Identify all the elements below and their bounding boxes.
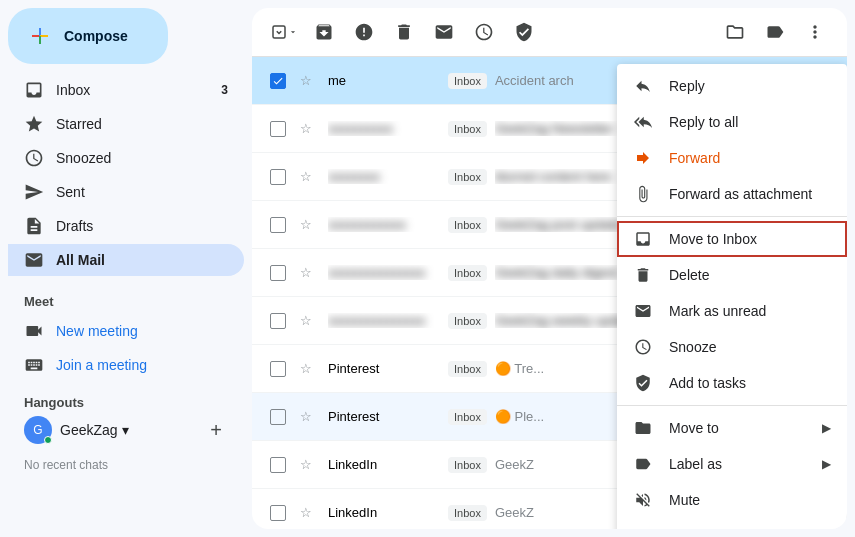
sidebar-item-starred[interactable]: Starred bbox=[8, 108, 244, 140]
all-mail-icon bbox=[24, 250, 44, 270]
inbox-badge-4: Inbox bbox=[448, 217, 487, 233]
sidebar-item-inbox[interactable]: Inbox 3 bbox=[8, 74, 244, 106]
open-new-window-menu-item[interactable]: Open in new window bbox=[617, 518, 847, 529]
move-to-menu-item[interactable]: Move to ▶ bbox=[617, 410, 847, 446]
sender-1: me bbox=[328, 73, 448, 88]
menu-divider-1 bbox=[617, 216, 847, 217]
new-meeting-item[interactable]: New meeting bbox=[8, 315, 244, 347]
sidebar-item-sent[interactable]: Sent bbox=[8, 176, 244, 208]
attachment-icon bbox=[633, 184, 653, 204]
add-tasks-label: Add to tasks bbox=[669, 375, 831, 391]
reply-all-menu-item[interactable]: Reply to all bbox=[617, 104, 847, 140]
checkbox-8[interactable] bbox=[268, 407, 288, 427]
inbox-badge-8: Inbox bbox=[448, 409, 487, 425]
join-meeting-item[interactable]: Join a meeting bbox=[8, 349, 244, 381]
unread-icon bbox=[633, 301, 653, 321]
label-icon bbox=[633, 454, 653, 474]
mark-read-button[interactable] bbox=[428, 16, 460, 48]
forward-attachment-label: Forward as attachment bbox=[669, 186, 831, 202]
delete-menu-item[interactable]: Delete bbox=[617, 257, 847, 293]
move-to-inbox-label: Move to Inbox bbox=[669, 231, 831, 247]
sidebar-item-drafts[interactable]: Drafts bbox=[8, 210, 244, 242]
all-mail-label: All Mail bbox=[56, 252, 228, 268]
keyboard-icon bbox=[24, 355, 44, 375]
forward-menu-item[interactable]: Forward bbox=[617, 140, 847, 176]
checkbox-6[interactable] bbox=[268, 311, 288, 331]
sidebar-item-snoozed[interactable]: Snoozed bbox=[8, 142, 244, 174]
label-as-label: Label as bbox=[669, 456, 806, 472]
checkbox-5[interactable] bbox=[268, 263, 288, 283]
star-button-10[interactable]: ☆ bbox=[296, 503, 316, 523]
hangout-user-row: G GeekZag ▾ + bbox=[24, 416, 228, 444]
sender-4: xxxxxxxxxxxx bbox=[328, 217, 448, 232]
main-content: ☆ me Inbox Accident arch ☆ xxxxxxxxxx In… bbox=[252, 8, 847, 529]
reply-all-icon bbox=[633, 112, 653, 132]
star-button-3[interactable]: ☆ bbox=[296, 167, 316, 187]
mark-unread-label: Mark as unread bbox=[669, 303, 831, 319]
new-meeting-label: New meeting bbox=[56, 323, 138, 339]
forward-label: Forward bbox=[669, 150, 831, 166]
inbox-badge-9: Inbox bbox=[448, 457, 487, 473]
checkbox-3[interactable] bbox=[268, 167, 288, 187]
compose-button[interactable]: Compose bbox=[8, 8, 168, 64]
star-button-5[interactable]: ☆ bbox=[296, 263, 316, 283]
delete-button[interactable] bbox=[388, 16, 420, 48]
move-to-inbox-menu-item[interactable]: Move to Inbox bbox=[617, 221, 847, 257]
drafts-label: Drafts bbox=[56, 218, 228, 234]
snooze-menu-item[interactable]: Snooze bbox=[617, 329, 847, 365]
checkbox-7[interactable] bbox=[268, 359, 288, 379]
archive-button[interactable] bbox=[308, 16, 340, 48]
hangouts-title: Hangouts bbox=[24, 395, 228, 410]
star-button-6[interactable]: ☆ bbox=[296, 311, 316, 331]
move-to-label: Move to bbox=[669, 420, 806, 436]
starred-label: Starred bbox=[56, 116, 228, 132]
sender-5: xxxxxxxxxxxxxxx bbox=[328, 265, 448, 280]
inbox-badge-7: Inbox bbox=[448, 361, 487, 377]
checkbox-2[interactable] bbox=[268, 119, 288, 139]
checkbox-10[interactable] bbox=[268, 503, 288, 523]
star-button-9[interactable]: ☆ bbox=[296, 455, 316, 475]
inbox-badge-1: Inbox bbox=[448, 73, 487, 89]
star-button-7[interactable]: ☆ bbox=[296, 359, 316, 379]
sender-3: xxxxxxxx bbox=[328, 169, 448, 184]
label-as-menu-item[interactable]: Label as ▶ bbox=[617, 446, 847, 482]
forward-icon bbox=[633, 148, 653, 168]
add-hangout-button[interactable]: + bbox=[204, 418, 228, 442]
snooze-button[interactable] bbox=[468, 16, 500, 48]
star-button-4[interactable]: ☆ bbox=[296, 215, 316, 235]
star-button-8[interactable]: ☆ bbox=[296, 407, 316, 427]
inbox-count: 3 bbox=[221, 83, 228, 97]
move-to-toolbar-button[interactable] bbox=[719, 16, 751, 48]
mute-label: Mute bbox=[669, 492, 831, 508]
reply-label: Reply bbox=[669, 78, 831, 94]
inbox-badge-3: Inbox bbox=[448, 169, 487, 185]
add-task-button[interactable] bbox=[508, 16, 540, 48]
delete-menu-icon bbox=[633, 265, 653, 285]
mute-menu-item[interactable]: Mute bbox=[617, 482, 847, 518]
move-inbox-icon bbox=[633, 229, 653, 249]
reply-menu-item[interactable]: Reply bbox=[617, 68, 847, 104]
checkbox-4[interactable] bbox=[268, 215, 288, 235]
compose-label: Compose bbox=[64, 28, 128, 44]
compose-plus-icon bbox=[28, 24, 52, 48]
star-button-1[interactable]: ☆ bbox=[296, 71, 316, 91]
toolbar bbox=[252, 8, 847, 57]
checkbox-9[interactable] bbox=[268, 455, 288, 475]
inbox-badge-5: Inbox bbox=[448, 265, 487, 281]
star-button-2[interactable]: ☆ bbox=[296, 119, 316, 139]
label-toolbar-button[interactable] bbox=[759, 16, 791, 48]
snooze-menu-label: Snooze bbox=[669, 339, 831, 355]
add-tasks-menu-item[interactable]: Add to tasks bbox=[617, 365, 847, 401]
sender-7: Pinterest bbox=[328, 361, 448, 376]
sidebar-item-all-mail[interactable]: All Mail bbox=[8, 244, 244, 276]
select-all-button[interactable] bbox=[268, 16, 300, 48]
more-toolbar-button[interactable] bbox=[799, 16, 831, 48]
context-menu: Reply Reply to all Forward Forward as at… bbox=[617, 64, 847, 529]
snoozed-icon bbox=[24, 148, 44, 168]
spam-button[interactable] bbox=[348, 16, 380, 48]
forward-attachment-menu-item[interactable]: Forward as attachment bbox=[617, 176, 847, 212]
mark-unread-menu-item[interactable]: Mark as unread bbox=[617, 293, 847, 329]
checkbox-1[interactable] bbox=[268, 71, 288, 91]
hangout-user-name[interactable]: GeekZag ▾ bbox=[60, 422, 129, 438]
drafts-icon bbox=[24, 216, 44, 236]
